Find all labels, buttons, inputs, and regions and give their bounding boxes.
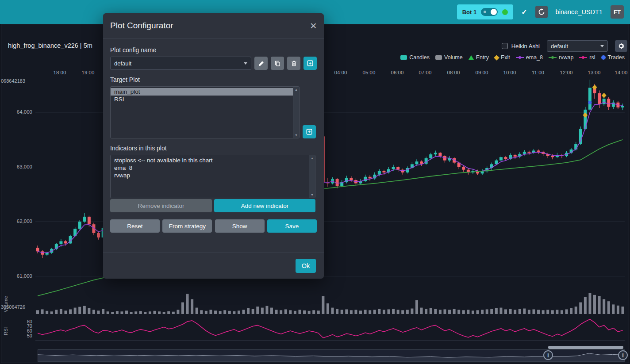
legend-label: ema_8 (526, 54, 543, 61)
scroll-up-icon[interactable]: ▲ (295, 88, 298, 91)
x-axis-tick: 11:00 (532, 70, 544, 75)
indicator-buttons-row: Remove indicator Add new indicator (110, 199, 317, 212)
circle-marker-icon (601, 55, 606, 60)
plus-square-icon (307, 60, 314, 67)
y-axis-tick: 61,000 (0, 273, 32, 279)
indicator-items: stoploss <-- not available in this chart… (111, 155, 309, 198)
x-axis-tick: 18:00 (54, 70, 66, 75)
edit-config-button[interactable] (254, 57, 268, 70)
diamond-marker-icon (494, 55, 499, 61)
chart-controls: Heikin Ashi default (502, 40, 627, 52)
toggle-knob (491, 9, 497, 15)
legend-item-rvwap[interactable]: rvwap (549, 54, 573, 61)
rect-marker-icon (435, 55, 442, 60)
save-button[interactable]: Save (267, 219, 317, 233)
dot-part (582, 56, 584, 59)
remove-indicator-button[interactable]: Remove indicator (110, 199, 212, 212)
checkbox-box[interactable] (502, 43, 508, 49)
add-config-button[interactable] (303, 57, 317, 70)
show-button[interactable]: Show (215, 219, 265, 233)
delete-config-button[interactable] (287, 57, 300, 70)
axis-label-top-left: 068642183 (1, 78, 25, 84)
chevron-down-icon (244, 62, 247, 65)
trash-icon (291, 60, 297, 67)
line-marker-icon (549, 55, 557, 60)
scroll-down-icon[interactable]: ▼ (295, 134, 298, 137)
x-axis-tick: 06:00 (391, 70, 404, 75)
plot-config-select[interactable]: default (547, 40, 608, 52)
scroll-up-icon[interactable]: ▲ (311, 157, 314, 160)
datazoom-scrollbar[interactable] (548, 346, 623, 349)
modal-header: Plot Configurator × (103, 13, 324, 38)
bot-selector[interactable]: Bot 1 (457, 4, 514, 19)
y-axis-tick: 62,000 (0, 218, 32, 224)
indicators-scrollbar[interactable]: ▲ ▼ (309, 155, 315, 198)
add-new-indicator-button[interactable]: Add new indicator (214, 199, 315, 212)
datazoom-handle-left[interactable]: ∥ (543, 350, 553, 360)
action-buttons-row: Reset From strategy Show Save (110, 219, 317, 233)
chevron-down-icon (600, 45, 604, 47)
y-axis-tick: 63,000 (0, 164, 32, 169)
target-plot-listbox[interactable]: main_plotRSI ▲ ▼ (110, 86, 300, 138)
add-target-plot-button[interactable] (303, 125, 316, 138)
gear-icon (617, 42, 625, 50)
duplicate-config-button[interactable] (271, 57, 284, 70)
from-strategy-button[interactable]: From strategy (162, 219, 212, 233)
target-plot-label: Target Plot (110, 76, 317, 83)
close-modal-button[interactable]: × (310, 20, 317, 31)
x-axis-tick: 08:00 (447, 70, 460, 75)
plot-settings-button[interactable] (615, 40, 627, 52)
plot-config-select-value: default (551, 43, 568, 50)
legend-item-candles[interactable]: Candles (400, 54, 430, 61)
chart-title: high_frog_binance_v226 | 5m (8, 42, 92, 49)
plot-config-name-select[interactable]: default (110, 57, 251, 70)
legend-item-volume[interactable]: Volume (435, 54, 463, 61)
plot-config-name-value: default (114, 60, 131, 67)
x-axis-tick: 07:00 (419, 70, 432, 75)
ft-logo-button[interactable]: FT (611, 5, 624, 19)
target-plot-items: main_plotRSI (111, 87, 293, 138)
ok-button[interactable]: Ok (296, 259, 316, 273)
legend-item-exit[interactable]: Exit (495, 54, 510, 61)
indicator-item[interactable]: stoploss <-- not available in this chart (111, 157, 309, 164)
bot-toggle[interactable] (481, 8, 498, 16)
rsi-axis-tick: 50 (0, 333, 32, 338)
legend-label: Exit (501, 54, 510, 61)
pencil-icon (258, 60, 265, 67)
modal-footer: Ok (103, 253, 324, 279)
target-plot-row: main_plotRSI ▲ ▼ (110, 86, 317, 138)
x-axis-tick: 04:00 (334, 70, 347, 75)
check-icon: ✓ (521, 8, 527, 16)
legend-label: Entry (476, 54, 489, 61)
dot-part (551, 56, 554, 59)
legend-label: rsi (589, 54, 595, 61)
copy-icon (274, 60, 281, 67)
reset-button[interactable]: Reset (110, 219, 160, 233)
x-axis-tick: 10:00 (503, 70, 516, 75)
config-row: default (110, 57, 317, 70)
rsi-baseline-divider (35, 341, 625, 341)
legend-item-entry[interactable]: Entry (469, 54, 489, 61)
x-axis-tick: 14:00 (615, 70, 628, 75)
indicator-item[interactable]: ema_8 (111, 164, 309, 172)
indicator-item[interactable]: rvwap (111, 172, 309, 179)
indicators-listbox[interactable]: stoploss <-- not available in this chart… (110, 155, 315, 198)
target-plot-item[interactable]: main_plot (111, 88, 293, 96)
chart-legend: CandlesVolumeEntryExitema_8rvwaprsiTrade… (400, 54, 625, 61)
scroll-down-icon[interactable]: ▼ (311, 193, 314, 196)
legend-item-rsi[interactable]: rsi (579, 54, 595, 61)
target-plot-scrollbar[interactable]: ▲ ▼ (293, 87, 299, 138)
target-plot-item[interactable]: RSI (111, 96, 293, 103)
refresh-button[interactable] (535, 6, 548, 18)
heikin-ashi-checkbox[interactable]: Heikin Ashi (502, 43, 540, 50)
datazoom-handle-right[interactable]: ∥ (618, 350, 628, 360)
x-axis-tick: 13:00 (588, 70, 601, 75)
x-axis-tick: 05:00 (363, 70, 376, 75)
rsi-chart (35, 316, 625, 343)
bot-online-indicator (502, 9, 508, 15)
bot-instance-name[interactable]: binance_USDT1 (556, 8, 603, 15)
datazoom-navigator[interactable] (38, 349, 625, 362)
x-axis-tick: 09:00 (476, 70, 488, 75)
legend-item-trades[interactable]: Trades (601, 54, 625, 61)
legend-item-ema_8[interactable]: ema_8 (516, 54, 543, 61)
